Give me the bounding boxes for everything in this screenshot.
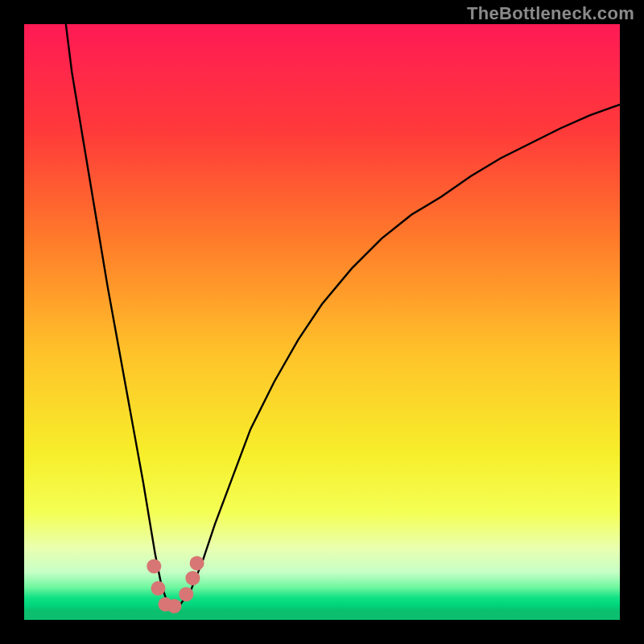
watermark-text: TheBottleneck.com — [467, 3, 634, 24]
curve-marker-1 — [151, 581, 166, 596]
chart-stage: TheBottleneck.com — [0, 0, 644, 644]
curve-marker-0 — [147, 559, 161, 573]
curve-marker-6 — [190, 556, 204, 571]
bottleneck-curve — [66, 24, 620, 608]
curve-marker-3 — [167, 599, 181, 613]
curve-marker-4 — [179, 587, 193, 601]
curve-marker-5 — [185, 571, 200, 585]
curve-markers — [147, 556, 204, 613]
plot-area — [24, 24, 620, 620]
curve-layer — [24, 24, 620, 620]
